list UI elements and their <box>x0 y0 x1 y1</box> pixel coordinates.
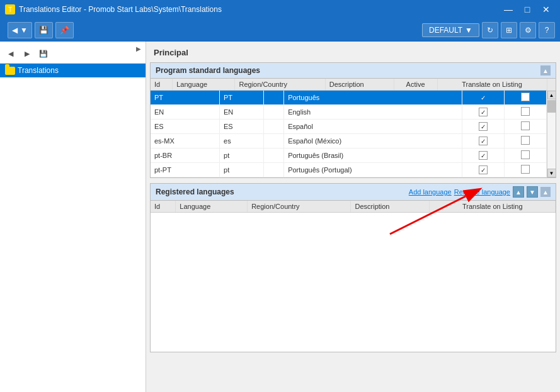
col-id: Id <box>151 79 173 91</box>
table-row[interactable]: pt-PT pt Português (Portugal) <box>151 163 547 177</box>
pin-icon: 📌 <box>60 26 69 35</box>
cell-language: pt <box>220 148 264 163</box>
cell-id: ES <box>151 120 220 134</box>
registered-languages-header: Registered languages Add language Remove… <box>151 184 556 201</box>
table-row[interactable]: PT PT Português <box>151 91 547 105</box>
settings-button[interactable]: ⚙ <box>520 22 536 38</box>
table-data-area: PT PT Português EN EN English ES ES Espa… <box>151 91 547 177</box>
col-language: Language <box>173 79 235 91</box>
cell-language: es <box>220 134 264 148</box>
sidebar-save-button[interactable]: 💾 <box>37 47 50 60</box>
cell-id: EN <box>151 105 220 120</box>
scroll-down-arrow[interactable]: ▼ <box>547 169 556 177</box>
col-translate: Translate on Listing <box>437 79 547 91</box>
program-languages-header: Program standard languages ▲ <box>151 63 556 79</box>
program-languages-data-table: PT PT Português EN EN English ES ES Espa… <box>151 91 547 177</box>
registered-languages-actions: Add language Remove language ▲ ▼ ▲ <box>409 186 551 198</box>
table-scroll-area: PT PT Português EN EN English ES ES Espa… <box>151 91 556 177</box>
sidebar-collapse-arrow[interactable]: ▶ <box>134 44 143 53</box>
cell-translate[interactable] <box>505 91 547 105</box>
back-dropdown-icon: ▼ <box>20 26 28 35</box>
cell-region <box>263 120 283 134</box>
cell-active[interactable] <box>462 120 505 134</box>
col-description: Description <box>325 79 394 91</box>
default-label: DEFAULT <box>429 26 462 35</box>
cell-id: es-MX <box>151 134 220 148</box>
back-button[interactable]: ◀ ▼ <box>8 22 32 38</box>
save-button[interactable]: 💾 <box>35 22 53 38</box>
panel-title: Principal <box>150 45 556 62</box>
move-up-button[interactable]: ▲ <box>513 186 524 198</box>
cell-active[interactable] <box>462 163 505 177</box>
reg-table-header-row: Id Language Region/Country Description T… <box>151 201 556 213</box>
scroll-up-arrow[interactable]: ▲ <box>547 91 556 99</box>
vertical-scrollbar[interactable]: ▲ ▼ <box>547 91 556 177</box>
cell-language: pt <box>220 163 264 177</box>
default-dropdown-button[interactable]: DEFAULT ▼ <box>422 23 479 37</box>
cell-id: pt-PT <box>151 163 220 177</box>
cell-region <box>263 148 283 163</box>
pin-button[interactable]: 📌 <box>55 22 74 38</box>
move-down-button[interactable]: ▼ <box>527 186 538 198</box>
reg-col-description: Description <box>351 201 430 213</box>
help-icon: ? <box>545 26 549 35</box>
table-header-row: Id Language Region/Country Description A… <box>151 79 556 91</box>
translations-folder-icon <box>5 65 15 76</box>
grid-icon: ⊞ <box>506 26 512 35</box>
table-row[interactable]: pt-BR pt Português (Brasil) <box>151 148 547 163</box>
cell-description: Português (Portugal) <box>284 163 462 177</box>
reg-col-id: Id <box>151 201 176 213</box>
cell-active[interactable] <box>462 134 505 148</box>
minimize-button[interactable]: — <box>500 3 517 16</box>
refresh-button[interactable]: ↻ <box>482 22 498 38</box>
grid-button[interactable]: ⊞ <box>501 22 517 38</box>
maximize-button[interactable]: □ <box>518 3 536 16</box>
add-language-button[interactable]: Add language <box>409 188 452 196</box>
cell-region <box>263 105 283 120</box>
table-row[interactable]: EN EN English <box>151 105 547 120</box>
registered-collapse-btn[interactable]: ▲ <box>540 187 551 197</box>
sidebar-back-button[interactable]: ◀ <box>4 47 18 60</box>
close-button[interactable]: ✕ <box>537 3 555 16</box>
program-languages-table-outer: Id Language Region/Country Description A… <box>151 79 556 177</box>
sidebar-forward-button[interactable]: ▶ <box>20 47 34 60</box>
registered-languages-table: Id Language Region/Country Description T… <box>151 201 556 213</box>
cell-description: Português <box>284 91 462 105</box>
cell-translate[interactable] <box>505 134 547 148</box>
cell-language: EN <box>220 105 264 120</box>
scroll-spacer <box>547 79 556 91</box>
title-bar-text: Translations Editor - Promob Start Labs\… <box>19 5 222 14</box>
program-languages-collapse-btn[interactable]: ▲ <box>540 65 551 76</box>
cell-description: Español (México) <box>284 134 462 148</box>
cell-translate[interactable] <box>505 120 547 134</box>
cell-active[interactable] <box>462 105 505 120</box>
cell-translate[interactable] <box>505 105 547 120</box>
col-active: Active <box>394 79 437 91</box>
toolbar: ◀ ▼ 💾 📌 DEFAULT ▼ ↻ ⊞ ⚙ ? <box>0 19 560 42</box>
settings-icon: ⚙ <box>525 26 532 35</box>
reg-col-language: Language <box>176 201 248 213</box>
registered-languages-title: Registered languages <box>156 188 234 196</box>
cell-active[interactable] <box>462 91 505 105</box>
cell-id: PT <box>151 91 220 105</box>
cell-region <box>263 163 283 177</box>
scroll-thumb[interactable] <box>547 100 556 113</box>
sidebar-toolbar: ◀ ▶ 💾 <box>0 44 146 64</box>
cell-active[interactable] <box>462 148 505 163</box>
table-row[interactable]: ES ES Español <box>151 120 547 134</box>
sidebar-item-translations[interactable]: Translations <box>0 64 146 77</box>
cell-region <box>263 91 283 105</box>
cell-description: Español <box>284 120 462 134</box>
sidebar: ▶ ◀ ▶ 💾 Translations <box>0 42 146 392</box>
main-container: ▶ ◀ ▶ 💾 Translations Principal Program s… <box>0 42 560 392</box>
cell-description: Português (Brasil) <box>284 148 462 163</box>
dropdown-arrow-icon: ▼ <box>465 26 472 35</box>
cell-language: PT <box>220 91 264 105</box>
cell-language: ES <box>220 120 264 134</box>
refresh-icon: ↻ <box>487 26 493 35</box>
cell-translate[interactable] <box>505 163 547 177</box>
remove-language-button[interactable]: Remove language <box>454 188 510 196</box>
help-button[interactable]: ? <box>539 22 555 38</box>
table-row[interactable]: es-MX es Español (México) <box>151 134 547 148</box>
cell-translate[interactable] <box>505 148 547 163</box>
